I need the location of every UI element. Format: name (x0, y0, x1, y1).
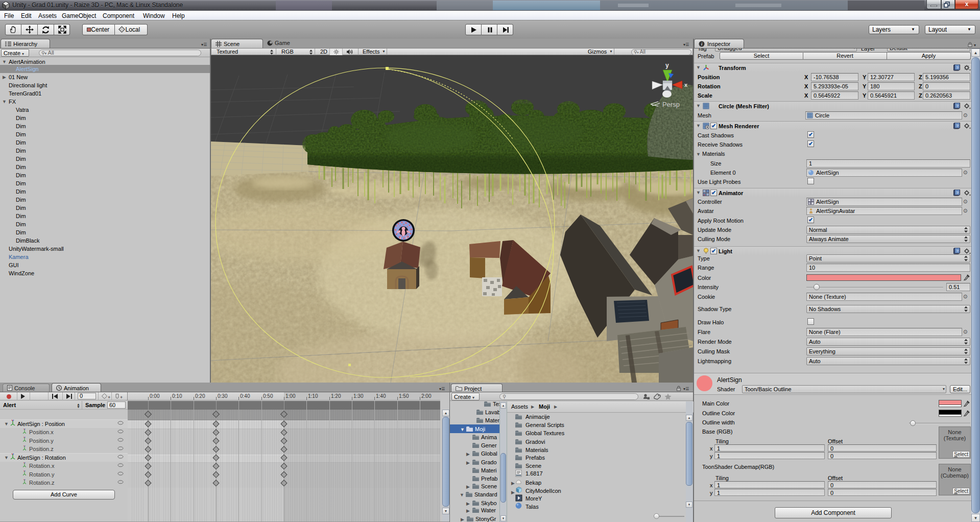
svg-text:y: y (665, 62, 669, 69)
svg-text:?: ? (956, 249, 959, 253)
svg-text:x: x (684, 82, 688, 88)
svg-text:Persp: Persp (662, 101, 680, 108)
svg-text:?: ? (956, 65, 959, 70)
svg-text:?: ? (956, 191, 959, 195)
svg-text:?: ? (956, 124, 959, 128)
svg-text:?: ? (956, 104, 959, 108)
